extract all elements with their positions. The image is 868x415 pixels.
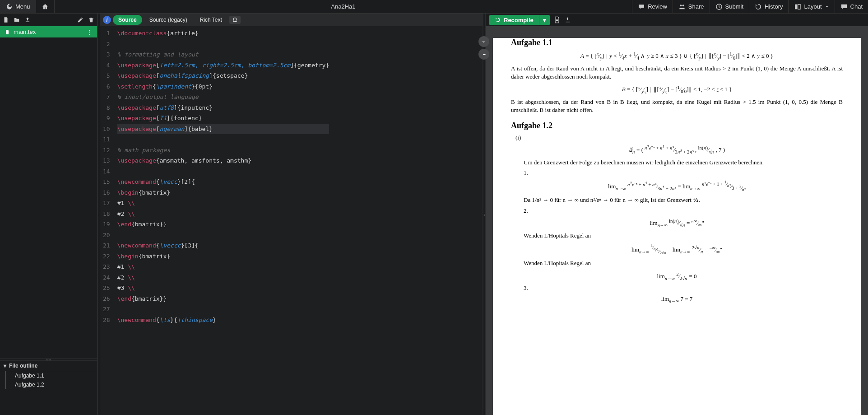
code-line[interactable]: #1 \\ [117, 261, 330, 272]
tab-source-legacy[interactable]: Source (legacy) [144, 15, 193, 25]
file-outline-label: File outline [9, 363, 37, 369]
pdf-viewport[interactable]: Aufgabe 1.1 A = { [𝑥⁄𝑦] | 𝑦 < 1⁄4𝑥 + 1⁄4… [486, 26, 868, 415]
code-line[interactable]: #2 \\ [117, 209, 330, 219]
code-line[interactable]: \usepackage[utf8]{inputenc} [117, 103, 330, 113]
download-icon[interactable] [564, 16, 571, 23]
code-line[interactable] [117, 166, 330, 177]
layout-button[interactable]: Layout [788, 0, 834, 13]
file-item-main-tex[interactable]: main.tex ⋮ [0, 26, 97, 37]
pdf-math-lim1: lim𝑛→∞ 𝑛⁷𝑒⁻ⁿ + 𝑛⁵ + 𝑛³⁄3𝑛⁵ + 2𝑛³ = lim𝑛→… [511, 180, 843, 193]
chat-label: Chat [850, 3, 863, 10]
recompile-button[interactable]: Recompile ▾ [489, 15, 550, 25]
file-item-menu-icon[interactable]: ⋮ [87, 28, 93, 35]
tab-source[interactable]: Source [113, 15, 142, 25]
code-content[interactable]: \documentclass{article} % formatting and… [115, 26, 332, 415]
history-icon [755, 3, 762, 10]
review-button[interactable]: Review [632, 0, 673, 13]
chevron-down-icon: ▾ [4, 363, 6, 369]
code-line[interactable]: \end{bmatrix}} [117, 294, 330, 304]
code-line[interactable]: % input/output language [117, 92, 330, 103]
code-line[interactable] [117, 39, 330, 50]
pdf-math-an: a⃗𝑛 = ( 𝑛⁷𝑒⁻ⁿ + 𝑛⁵ + 𝑛³⁄3𝑛⁵ + 2𝑛³ , ln(𝑛… [511, 145, 843, 155]
pdf-math-B: B = { [𝑥⁄𝑦⁄𝑧] | ∥[𝑥⁄𝑦⁄𝑧] − [1⁄0⁄0]∥ ≤ 1,… [511, 84, 843, 94]
chat-button[interactable]: Chat [835, 0, 868, 13]
pdf-text-lim1: Da 1/n² → 0 für n → ∞ und n²/eⁿ → 0 für … [524, 196, 843, 204]
code-line[interactable]: \newcommand{\ts}{\thinspace} [117, 315, 330, 326]
code-line[interactable]: \usepackage{amsmath, amsfonts, amsthm} [117, 155, 330, 166]
svg-rect-3 [795, 4, 797, 9]
pdf-heading-1-1: Aufgabe 1.1 [511, 38, 843, 47]
rename-icon[interactable] [77, 17, 84, 23]
delete-icon[interactable] [88, 17, 94, 23]
code-line[interactable]: % math packages [117, 145, 330, 156]
history-label: History [765, 3, 783, 10]
project-title: Ana2Ha1 [331, 3, 355, 10]
svg-point-1 [682, 5, 684, 6]
top-menu-bar: Menu Ana2Ha1 Review Share Submit History [0, 0, 868, 14]
history-button[interactable]: History [749, 0, 788, 13]
code-line[interactable]: \end{bmatrix}} [117, 219, 330, 230]
svg-rect-4 [798, 4, 800, 9]
pdf-lhop-2: Wenden L'Hopitals Regel an [524, 259, 843, 267]
code-line[interactable] [117, 304, 330, 315]
share-button[interactable]: Share [673, 0, 710, 13]
pdf-heading-1-2: Aufgabe 1.2 [511, 121, 843, 131]
file-toolbar [0, 14, 97, 26]
code-line[interactable]: \setlength{\parindent}{0pt} [117, 81, 330, 92]
logs-icon[interactable] [553, 16, 561, 23]
submit-button[interactable]: Submit [710, 0, 749, 13]
code-line[interactable]: \usepackage[T1]{fontenc} [117, 113, 330, 124]
code-line[interactable]: \usepackage[left=2.5cm, right=2.5cm, bot… [117, 60, 330, 71]
recompile-dropdown[interactable]: ▾ [539, 15, 550, 25]
recompile-label: Recompile [504, 17, 534, 23]
review-icon [638, 3, 645, 10]
code-line[interactable]: #3 \\ [117, 283, 330, 294]
chevron-down-icon [825, 3, 829, 10]
share-icon [678, 3, 686, 10]
center-splitter[interactable]: ⋮ [483, 14, 486, 415]
file-panel: main.tex ⋮ •••• ▾ File outline Aufgabe 1… [0, 14, 97, 415]
go-to-pdf-button[interactable] [478, 36, 489, 47]
code-line[interactable]: \documentclass{article} [117, 28, 330, 39]
file-outline: ▾ File outline Aufgabe 1.1 Aufgabe 1.2 [0, 361, 97, 415]
menu-button[interactable]: Menu [0, 0, 36, 13]
pdf-gw-intro: Um den Grenzwert der Folge zu berechnen … [524, 159, 843, 167]
pdf-math-lim2c: lim𝑛→∞ 2⁄2√𝑛 = 0 [511, 271, 843, 281]
code-line[interactable]: \newcommand{\veccc}[3]{ [117, 240, 330, 251]
tab-rich-text[interactable]: Rich Text [195, 15, 227, 25]
code-line[interactable]: \begin{bmatrix} [117, 251, 330, 262]
code-line[interactable]: \usepackage[ngerman]{babel} [117, 124, 330, 135]
recompile-icon [495, 17, 501, 23]
new-folder-icon[interactable] [14, 17, 20, 23]
code-line[interactable]: \begin{bmatrix} [117, 187, 330, 198]
file-outline-toggle[interactable]: ▾ File outline [0, 361, 97, 371]
code-line[interactable] [117, 134, 330, 145]
new-file-icon[interactable] [3, 17, 9, 23]
pdf-math-A: A = { [𝑥⁄𝑦] | 𝑦 < 1⁄4𝑥 + 1⁄4 ∧ 𝑦 ≥ 0 ∧ 𝑥… [511, 51, 843, 61]
code-line[interactable]: \usepackage[onehalfspacing]{setspace} [117, 70, 330, 81]
pdf-page-content: Aufgabe 1.1 A = { [𝑥⁄𝑦] | 𝑦 < 1⁄4𝑥 + 1⁄4… [493, 38, 861, 415]
info-button[interactable]: i [103, 16, 111, 24]
pdf-text-B: B ist abgeschlossen, da der Rand von B i… [511, 98, 843, 114]
code-line[interactable]: #2 \\ [117, 272, 330, 283]
code-editor[interactable]: 1234567891011121314151617181920212223242… [100, 26, 483, 415]
code-line[interactable]: #1 \\ [117, 198, 330, 209]
outline-items: Aufgabe 1.1 Aufgabe 1.2 [0, 371, 97, 389]
go-to-code-button[interactable] [478, 49, 489, 60]
code-line[interactable]: \newcommand{\vecc}[2]{ [117, 177, 330, 187]
tab-special-chars[interactable]: Ω [229, 16, 241, 24]
pdf-math-lim3: lim𝑛→∞ 7 = 7 [511, 295, 843, 304]
outline-item-2[interactable]: Aufgabe 1.2 [5, 380, 97, 389]
layout-label: Layout [804, 3, 822, 10]
pdf-text-A: A ist offen, da der Rand von A nicht in … [511, 65, 843, 81]
preview-toolbar: Recompile ▾ [486, 14, 868, 26]
pdf-preview-panel: Recompile ▾ Aufgabe 1.1 A = { [𝑥⁄𝑦] | 𝑦 … [486, 14, 868, 415]
pdf-enum-3: 3. [524, 284, 843, 292]
code-line[interactable]: % formatting and layout [117, 49, 330, 60]
upload-icon[interactable] [24, 17, 31, 23]
outline-item-1[interactable]: Aufgabe 1.1 [5, 371, 97, 380]
menu-label: Menu [15, 3, 30, 10]
pdf-enum-2: 2. [524, 207, 843, 214]
code-line[interactable] [117, 230, 330, 241]
home-button[interactable] [36, 0, 55, 13]
